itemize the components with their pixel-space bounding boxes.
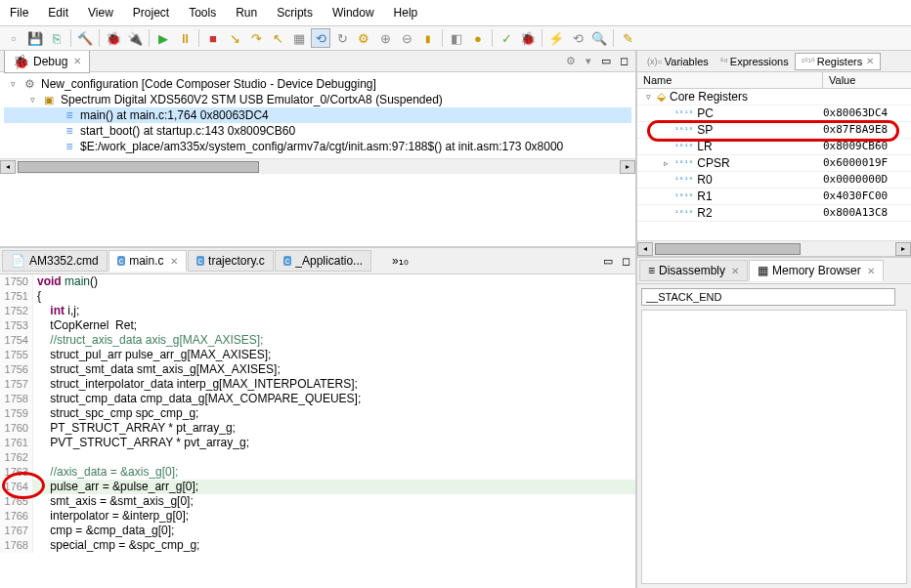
save-all-button[interactable]: ⎘ [47,28,66,48]
scroll-right-button[interactable]: ▸ [620,160,635,174]
scroll-left-button[interactable]: ◂ [0,160,16,174]
button-c[interactable]: ▮ [418,28,438,48]
menu-view[interactable]: View [78,2,123,23]
br-tab[interactable]: ≡Disassembly✕ [639,260,748,281]
expand-toggle[interactable]: ▿ [27,95,37,105]
new-button[interactable]: ▫ [4,28,23,48]
vars-tab-expressions[interactable]: ⁶ᵍ Expressions [715,54,795,69]
button-j[interactable]: 🔍 [589,28,609,48]
register-row[interactable]: ¹⁰¹⁰ LR0x8009CB60 [637,139,911,155]
minimize-icon[interactable]: ▭ [598,54,614,69]
button-e[interactable]: ● [468,28,488,48]
editor-tab[interactable]: ctrajectory.c [188,250,274,272]
debug-tree[interactable]: ▿⚙New_configuration [Code Composer Studi… [0,72,635,158]
scroll-left-button[interactable]: ◂ [637,242,653,256]
code-line: special_cmp = &spc_cmp_g; [33,538,199,553]
button-g[interactable]: 🐞 [518,28,538,48]
expand-toggle[interactable]: ▿ [8,79,18,89]
h-scrollbar[interactable]: ◂ ▸ [0,158,635,174]
tree-row[interactable]: ≡start_boot() at startup.c:143 0x8009CB6… [4,123,631,139]
menubar: FileEditViewProjectToolsRunScriptsWindow… [0,0,911,26]
resume-button[interactable]: ▶ [153,28,173,48]
expand-toggle[interactable]: ▹ [661,158,671,168]
step-asm-button[interactable]: ▦ [289,28,309,48]
code-line: tCopKernel Ret; [33,318,137,333]
tab-icon: ⁶ᵍ [720,57,728,66]
debug-button[interactable]: 🐞 [104,28,123,48]
stop-button[interactable]: ■ [203,28,223,48]
br-tab[interactable]: ▦Memory Browser✕ [749,260,884,281]
name-column-header[interactable]: Name [637,72,823,88]
button-d[interactable]: ◧ [447,28,466,48]
pause-button[interactable]: ⏸ [175,28,195,48]
terminate-button[interactable]: ⚙ [354,28,373,48]
registers-table[interactable]: ▿⬙ Core Registers¹⁰¹⁰ PC0x80063DC4¹⁰¹⁰ S… [637,89,911,240]
register-group[interactable]: ▿⬙ Core Registers [637,89,911,105]
expand-toggle[interactable]: ▿ [643,92,653,102]
register-row[interactable]: ¹⁰¹⁰ R20x800A13C8 [637,205,911,222]
tree-row[interactable]: ≡main() at main.c:1,764 0x80063DC4 [4,107,631,123]
menu-tools[interactable]: Tools [179,2,226,23]
stack-frame-icon: ≡ [61,109,76,121]
tree-row[interactable]: ≡$E:/work_place/am335x/system_config/arm… [4,139,631,154]
menu-edit[interactable]: Edit [38,2,78,23]
regs-h-scrollbar[interactable]: ◂ ▸ [637,240,911,256]
scroll-thumb[interactable] [18,161,259,173]
folder-icon: ⬙ [657,90,666,104]
button-h[interactable]: ⚡ [546,28,566,48]
debug-menu-icon[interactable]: ▾ [581,54,596,69]
step-over-button[interactable]: ↷ [246,28,266,48]
close-icon[interactable]: ✕ [170,256,178,267]
debug-tab[interactable]: 🐞 Debug ✕ [4,51,90,73]
close-icon[interactable]: ✕ [867,266,875,276]
register-row[interactable]: ¹⁰¹⁰ R10x4030FC00 [637,189,911,205]
menu-window[interactable]: Window [323,2,384,23]
step-into-button[interactable]: ↘ [225,28,244,48]
button-i[interactable]: ⟲ [568,28,587,48]
button-f[interactable]: ✓ [497,28,516,48]
reset-button[interactable]: ↻ [332,28,352,48]
register-row[interactable]: ¹⁰¹⁰ R00x0000000D [637,172,911,189]
editor-tab[interactable]: c_Applicatio... [275,250,371,272]
vars-tab-variables[interactable]: (x)= Variables [641,54,715,69]
button-k[interactable]: ✎ [618,28,637,48]
maximize-icon[interactable]: ◻ [618,253,633,269]
register-row[interactable]: ¹⁰¹⁰ SP0x87F8A9E8 [637,122,911,139]
close-icon[interactable]: ✕ [73,56,81,66]
memory-address-input[interactable] [641,288,895,306]
scroll-right-button[interactable]: ▸ [895,242,911,256]
close-icon[interactable]: ✕ [731,266,739,276]
menu-help[interactable]: Help [384,2,428,23]
step-return-button[interactable]: ↖ [268,28,287,48]
menu-scripts[interactable]: Scripts [267,2,323,23]
line-number: 1751 [0,289,33,304]
tab-label: AM3352.cmd [29,254,99,268]
register-row[interactable]: ▹¹⁰¹⁰ CPSR0x6000019F [637,155,911,172]
tree-row[interactable]: ▿▣Spectrum Digital XDS560V2 STM USB Emul… [4,92,631,107]
tab-label: trajectory.c [208,254,265,268]
menu-project[interactable]: Project [123,2,179,23]
editor-tab[interactable]: 📄AM3352.cmd [2,250,108,272]
tree-row[interactable]: ▿⚙New_configuration [Code Composer Studi… [4,76,631,92]
editor-tab[interactable]: cmain.c✕ [108,250,187,272]
register-row[interactable]: ¹⁰¹⁰ PC0x80063DC4 [637,105,911,122]
minimize-icon[interactable]: ▭ [600,253,616,269]
close-icon[interactable]: ✕ [866,56,874,66]
code-editor[interactable]: 1750void main()1751{1752 int i,j;1753 tC… [0,274,635,588]
value-column-header[interactable]: Value [823,72,911,88]
more-tabs-button[interactable]: »₁₀ [392,254,409,268]
vars-tab-registers[interactable]: ¹⁰¹⁰ Registers ✕ [795,53,881,70]
restart-button[interactable]: ⟲ [311,28,330,48]
menu-run[interactable]: Run [226,2,267,23]
maximize-icon[interactable]: ◻ [616,54,631,69]
scroll-thumb[interactable] [655,243,801,255]
line-number: 1752 [0,304,33,318]
memory-content[interactable] [641,310,907,584]
connect-button[interactable]: 🔌 [125,28,145,48]
save-button[interactable]: 💾 [25,28,45,48]
debug-toolbar-icon[interactable]: ⚙ [563,54,579,69]
button-b[interactable]: ⊖ [397,28,416,48]
button-a[interactable]: ⊕ [375,28,395,48]
build-button[interactable]: 🔨 [75,28,95,48]
menu-file[interactable]: File [0,2,38,23]
